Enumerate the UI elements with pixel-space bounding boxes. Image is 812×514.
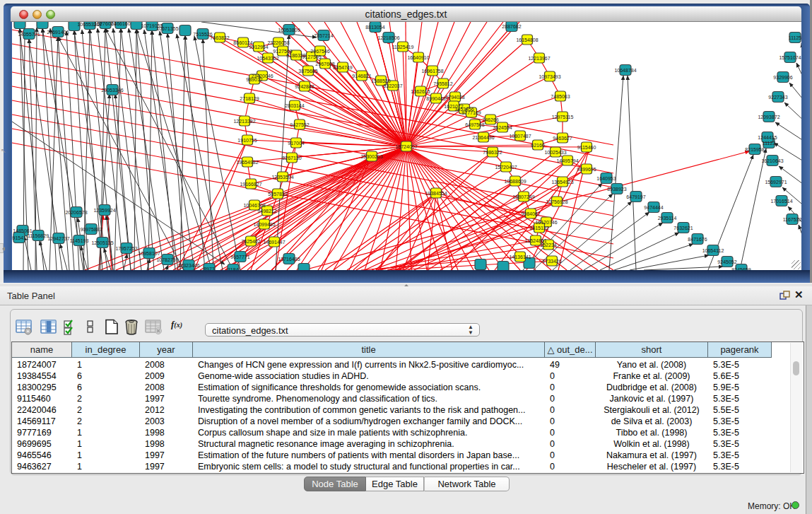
svg-text:17957253: 17957253 (115, 246, 137, 251)
svg-text:20053346: 20053346 (101, 88, 123, 93)
svg-text:15720407: 15720407 (495, 165, 517, 170)
svg-text:1145193: 1145193 (70, 238, 89, 243)
svg-text:13654923: 13654923 (551, 180, 573, 185)
svg-text:7663822: 7663822 (210, 35, 229, 40)
svg-text:7857214: 7857214 (314, 33, 333, 38)
svg-text:152234: 152234 (540, 243, 556, 247)
svg-text:8813054: 8813054 (365, 25, 384, 30)
svg-text:9912954: 9912954 (249, 45, 268, 49)
svg-text:15692971: 15692971 (765, 180, 787, 185)
svg-text:2887682: 2887682 (502, 24, 521, 29)
svg-text:746266: 746266 (482, 117, 498, 122)
svg-text:10973493: 10973493 (539, 74, 560, 79)
svg-text:10958107: 10958107 (138, 251, 160, 256)
svg-text:3875685: 3875685 (298, 69, 317, 74)
svg-text:7955812: 7955812 (433, 81, 452, 86)
svg-text:23226058: 23226058 (267, 40, 289, 45)
svg-text:9899695: 9899695 (577, 167, 596, 172)
svg-text:9115460: 9115460 (577, 145, 596, 150)
svg-text:8267130: 8267130 (282, 156, 301, 160)
svg-text:1615132: 1615132 (529, 226, 548, 230)
svg-text:9146821: 9146821 (352, 74, 371, 78)
svg-text:12942737: 12942737 (47, 236, 69, 241)
svg-text:11156829: 11156829 (28, 233, 49, 238)
svg-text:9084067: 9084067 (521, 211, 540, 216)
svg-text:1733426: 1733426 (542, 259, 561, 264)
svg-text:3915411: 3915411 (12, 235, 28, 240)
svg-text:20206578: 20206578 (65, 210, 87, 215)
svg-text:11125: 11125 (789, 35, 801, 40)
svg-text:14691447: 14691447 (263, 240, 285, 245)
svg-text:9127505: 9127505 (302, 54, 321, 59)
svg-text:9474444: 9474444 (644, 205, 663, 210)
svg-text:6497568: 6497568 (465, 122, 484, 127)
svg-text:16210643: 16210643 (761, 158, 783, 163)
svg-text:16640910: 16640910 (407, 55, 429, 60)
svg-text:2935114: 2935114 (658, 216, 677, 221)
svg-text:7625402: 7625402 (241, 239, 260, 244)
svg-text:1244415: 1244415 (758, 135, 777, 140)
svg-text:18807249: 18807249 (512, 194, 534, 199)
svg-text:2967546: 2967546 (310, 49, 329, 54)
svg-text:15751074: 15751074 (779, 55, 801, 60)
svg-text:7485063: 7485063 (551, 94, 570, 99)
svg-text:11123: 11123 (763, 141, 776, 146)
svg-text:62160: 62160 (531, 143, 545, 148)
svg-text:1640953: 1640953 (596, 176, 616, 181)
svg-text:12353594: 12353594 (271, 175, 293, 180)
svg-text:917004: 917004 (288, 141, 304, 146)
svg-text:6479197: 6479197 (626, 194, 645, 199)
svg-text:20691406: 20691406 (47, 30, 69, 35)
svg-text:9498212: 9498212 (257, 209, 276, 214)
svg-text:12505135: 12505135 (91, 240, 113, 245)
svg-text:9227343: 9227343 (768, 95, 787, 100)
svg-text:1588520: 1588520 (371, 78, 390, 83)
svg-text:9657771: 9657771 (230, 255, 249, 259)
svg-text:8471676: 8471676 (688, 237, 707, 242)
svg-text:2718129: 2718129 (240, 96, 259, 101)
svg-text:9463627: 9463627 (553, 136, 572, 141)
svg-text:10654112: 10654112 (702, 248, 724, 253)
svg-text:13716485: 13716485 (278, 257, 300, 262)
svg-text:7632621: 7632621 (673, 226, 693, 230)
svg-text:8215958: 8215958 (745, 147, 764, 152)
svg-text:8990448: 8990448 (426, 96, 445, 101)
svg-text:9427552: 9427552 (290, 122, 309, 127)
svg-text:14099485: 14099485 (253, 222, 275, 227)
svg-text:10046708: 10046708 (243, 203, 265, 208)
svg-text:19384554: 19384554 (425, 191, 447, 196)
svg-text:8454749: 8454749 (333, 65, 352, 70)
svg-text:8938923: 8938923 (607, 187, 626, 192)
svg-text:12323446: 12323446 (177, 263, 199, 268)
svg-text:1362615: 1362615 (411, 89, 430, 94)
svg-text:2967608: 2967608 (315, 62, 334, 66)
svg-text:12359924: 12359924 (93, 208, 115, 213)
svg-text:14136141: 14136141 (509, 255, 531, 259)
svg-text:2803144: 2803144 (285, 103, 304, 108)
svg-text:16120746: 16120746 (535, 220, 557, 225)
svg-text:19654982: 19654982 (236, 160, 258, 165)
svg-text:21364436: 21364436 (472, 135, 494, 140)
svg-text:7986322: 7986322 (483, 150, 502, 155)
svg-text:10648784: 10648784 (614, 68, 636, 73)
svg-text:18724007: 18724007 (395, 144, 417, 149)
svg-text:10782759: 10782759 (156, 257, 178, 262)
svg-text:1485061: 1485061 (13, 228, 32, 233)
svg-text:6794028: 6794028 (445, 95, 464, 100)
svg-text:10671355: 10671355 (156, 26, 178, 31)
svg-text:19166827: 19166827 (240, 182, 261, 187)
svg-text:989012: 989012 (246, 77, 262, 82)
svg-text:25300203: 25300203 (360, 154, 382, 159)
svg-text:12218506: 12218506 (377, 35, 399, 40)
svg-text:9242848: 9242848 (295, 84, 314, 89)
svg-text:6322037: 6322037 (383, 83, 402, 88)
svg-text:1910755: 1910755 (237, 138, 257, 143)
svg-text:10025433: 10025433 (544, 150, 566, 155)
svg-text:10756928: 10756928 (546, 199, 567, 204)
svg-text:3624554: 3624554 (493, 125, 512, 130)
svg-text:9777169: 9777169 (461, 110, 481, 115)
svg-text:10688609: 10688609 (504, 179, 526, 184)
svg-text:1167532: 1167532 (783, 217, 801, 222)
svg-text:16053809: 16053809 (278, 28, 300, 33)
svg-text:5857832: 5857832 (268, 192, 287, 197)
